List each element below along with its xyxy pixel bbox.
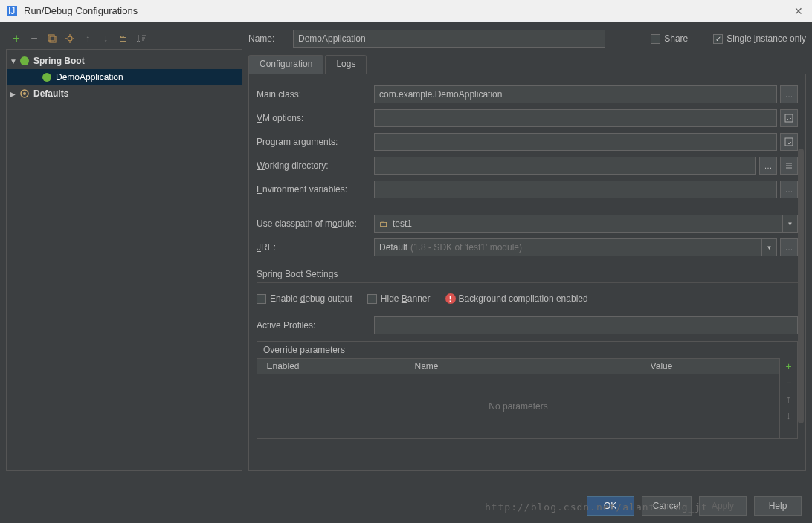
main-class-input[interactable]: com.example.DemoApplication [374, 85, 777, 103]
svg-point-6 [42, 73, 51, 82]
override-parameters: Override parameters Enabled Name Value N… [257, 341, 798, 439]
override-remove-button[interactable]: − [780, 374, 797, 391]
ok-button[interactable]: OK [587, 496, 634, 516]
vm-options-input[interactable] [374, 109, 777, 127]
name-input[interactable] [293, 30, 605, 48]
classpath-value: test1 [393, 218, 412, 229]
name-label: Name: [248, 33, 286, 44]
expand-vm-options-button[interactable] [780, 109, 798, 127]
add-config-button[interactable]: + [9, 31, 24, 46]
active-profiles-input[interactable] [374, 316, 798, 334]
col-name[interactable]: Name [309, 359, 544, 374]
svg-text:IJ: IJ [8, 6, 15, 16]
config-tree: ▼ Spring Boot DemoApplication ▶ Defaults [6, 49, 242, 471]
program-args-row: Program arguments: [257, 131, 798, 153]
expand-arrow-icon: ▶ [10, 90, 19, 98]
spring-app-icon [41, 71, 53, 83]
svg-point-5 [20, 56, 29, 65]
folder-button[interactable]: 🗀 [116, 31, 131, 46]
jre-hint: (1.8 - SDK of 'test1' module) [410, 242, 522, 253]
move-up-button[interactable]: ↑ [80, 31, 95, 46]
remove-config-button[interactable]: − [27, 31, 42, 46]
hide-banner-checkbox[interactable]: Hide Banner [367, 293, 431, 304]
col-value[interactable]: Value [544, 359, 779, 374]
env-vars-label: Environment variables: [257, 184, 374, 195]
jre-value: Default [379, 242, 407, 253]
browse-working-dir-button[interactable]: … [759, 157, 777, 175]
override-down-button[interactable]: ↓ [780, 407, 797, 423]
module-icon: 🗀 [379, 218, 388, 229]
left-panel: + − ↑ ↓ 🗀 ▼ Spring Boot DemoApplication … [6, 28, 242, 471]
tree-defaults[interactable]: ▶ Defaults [7, 85, 242, 102]
expand-program-args-button[interactable] [780, 133, 798, 151]
checkbox-icon [651, 34, 660, 44]
tab-configuration[interactable]: Configuration [248, 55, 323, 74]
apply-button[interactable]: Apply [699, 496, 747, 516]
working-dir-row: Working directory: … [257, 155, 798, 177]
override-header: Enabled Name Value [257, 358, 779, 374]
list-working-dir-button[interactable] [780, 157, 798, 175]
tree-label: Spring Boot [33, 56, 85, 66]
browse-main-class-button[interactable]: … [780, 85, 798, 103]
classpath-row: Use classpath of module: 🗀 test1 ▼ [257, 212, 798, 235]
help-button[interactable]: Help [754, 496, 802, 516]
close-icon[interactable]: ✕ [791, 5, 806, 17]
titlebar: IJ Run/Debug Configurations ✕ [0, 0, 812, 22]
sort-button[interactable] [134, 31, 149, 46]
vertical-scrollbar[interactable] [798, 149, 804, 423]
main-class-value: com.example.DemoApplication [379, 89, 502, 100]
svg-point-8 [23, 92, 26, 95]
share-label: Share [664, 33, 688, 44]
hide-banner-label: Hide Banner [381, 293, 431, 304]
settings-config-button[interactable] [62, 31, 77, 46]
copy-config-button[interactable] [45, 31, 59, 46]
jre-select[interactable]: Default (1.8 - SDK of 'test1' module) ▼ [374, 238, 777, 256]
name-row: Name: Share Single instance only [248, 28, 806, 49]
vm-options-row: VM options: [257, 107, 798, 129]
checkbox-icon [367, 294, 377, 304]
override-add-button[interactable]: + [780, 358, 797, 374]
share-checkbox[interactable]: Share [651, 33, 688, 44]
vm-options-label: VM options: [257, 113, 374, 123]
override-up-button[interactable]: ↑ [780, 391, 797, 407]
single-instance-checkbox[interactable]: Single instance only [713, 33, 806, 44]
tree-demo-application[interactable]: DemoApplication [7, 69, 242, 85]
config-body: Main class: com.example.DemoApplication … [248, 74, 806, 471]
browse-jre-button[interactable]: … [780, 238, 798, 256]
move-down-button[interactable]: ↓ [98, 31, 113, 46]
env-vars-input[interactable] [374, 181, 777, 198]
svg-point-4 [68, 36, 72, 41]
override-actions: + − ↑ ↓ [779, 358, 797, 438]
spring-checkboxes: Enable debug output Hide Banner ! Backgr… [257, 289, 798, 308]
program-args-input[interactable] [374, 133, 777, 151]
window-title: Run/Debug Configurations [24, 5, 791, 16]
svg-rect-3 [50, 36, 56, 42]
spring-boot-icon [19, 55, 30, 67]
override-empty: No parameters [257, 374, 779, 438]
jre-row: JRE: Default (1.8 - SDK of 'test1' modul… [257, 236, 798, 259]
single-instance-label: Single instance only [726, 33, 806, 44]
defaults-icon [19, 88, 30, 100]
enable-debug-label: Enable debug output [270, 293, 352, 304]
classpath-select[interactable]: 🗀 test1 ▼ [374, 215, 798, 233]
checkbox-icon [257, 294, 266, 304]
browse-env-vars-button[interactable]: … [780, 181, 798, 198]
program-args-label: Program arguments: [257, 137, 374, 147]
tree-label: Defaults [33, 88, 68, 99]
tree-spring-boot[interactable]: ▼ Spring Boot [7, 53, 242, 69]
spring-settings-title: Spring Boot Settings [257, 269, 798, 283]
tab-logs[interactable]: Logs [325, 55, 367, 74]
dropdown-icon: ▼ [782, 215, 797, 232]
cancel-button[interactable]: Cancel [642, 496, 692, 516]
working-dir-input[interactable] [374, 157, 756, 175]
classpath-label: Use classpath of module: [257, 218, 374, 229]
enable-debug-checkbox[interactable]: Enable debug output [257, 293, 352, 304]
main-class-row: Main class: com.example.DemoApplication … [257, 83, 798, 105]
col-enabled[interactable]: Enabled [257, 359, 309, 374]
dialog-buttons: OK Cancel Apply Help [587, 496, 802, 516]
tree-label: DemoApplication [56, 72, 123, 82]
app-logo-icon: IJ [6, 5, 18, 17]
checkbox-icon [713, 34, 723, 44]
svg-rect-2 [48, 35, 54, 41]
working-dir-label: Working directory: [257, 160, 374, 171]
